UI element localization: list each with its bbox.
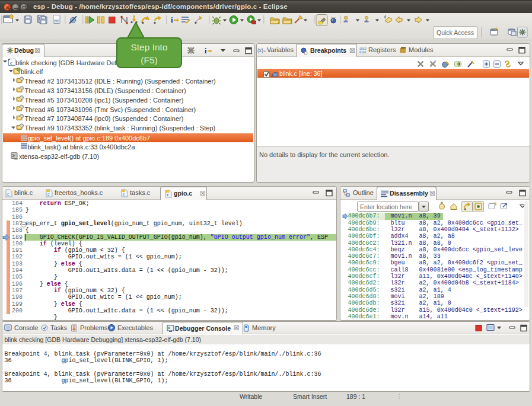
svg-text:i: i xyxy=(205,47,207,55)
svg-text:i: i xyxy=(171,15,173,24)
svg-text:c: c xyxy=(123,191,125,197)
svg-text:010: 010 xyxy=(55,20,59,23)
svg-text:(x)=: (x)= xyxy=(257,47,266,53)
svg-text:1010: 1010 xyxy=(359,47,367,50)
svg-text:c: c xyxy=(167,192,169,197)
svg-text:c: c xyxy=(7,191,9,197)
svg-text:c: c xyxy=(47,191,50,197)
svg-text:0101: 0101 xyxy=(359,51,367,54)
